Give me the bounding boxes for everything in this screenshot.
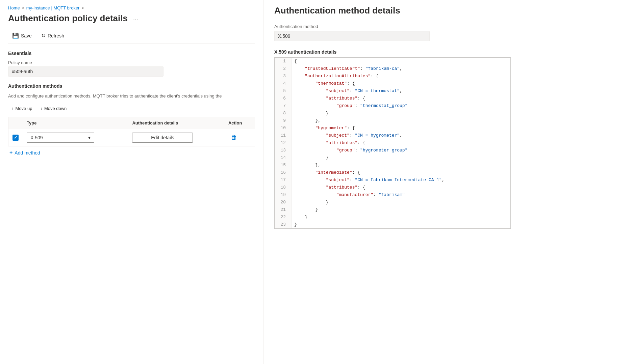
json-line: 1{ [275, 58, 510, 65]
plus-icon: + [9, 150, 12, 156]
json-line: 15 }, [275, 162, 510, 169]
add-method-button[interactable]: + Add method [8, 146, 42, 159]
json-line: 8 } [275, 110, 510, 117]
json-line: 7 "group": "thermostat_group" [275, 102, 510, 110]
json-line: 21 } [275, 206, 510, 214]
json-line: 18 "attributes": { [275, 184, 510, 191]
table-header-type: Type [23, 117, 128, 129]
page-title: Authentication policy details [8, 13, 128, 24]
save-icon: 💾 [12, 32, 19, 39]
move-down-icon: ↓ [40, 106, 43, 111]
table-row: X.509 ▾ Edit details 🗑 [8, 129, 255, 146]
save-button[interactable]: 💾 Save [8, 30, 36, 41]
type-select[interactable]: X.509 ▾ [27, 133, 94, 143]
json-line: 10 "hygrometer": { [275, 124, 510, 132]
move-down-label: Move down [44, 106, 67, 111]
essentials-title: Essentials [8, 51, 255, 56]
save-label: Save [21, 33, 32, 38]
ellipsis-button[interactable]: ... [131, 14, 140, 23]
policy-name-value: x509-auth [8, 66, 163, 77]
json-line: 4 "thermostat": { [275, 80, 510, 87]
move-toolbar: ↑ Move up ↓ Move down [8, 104, 255, 113]
json-line: 14 } [275, 154, 510, 162]
refresh-label: Refresh [48, 33, 64, 38]
policy-name-label: Policy name [8, 60, 255, 65]
json-section-title: X.509 authentication details [274, 49, 620, 55]
auth-methods-section: Authentication methods Add and configure… [8, 83, 255, 159]
left-panel: Home > my-instance | MQTT broker > Authe… [0, 0, 263, 364]
json-line: 20 } [275, 199, 510, 206]
delete-button[interactable]: 🗑 [228, 133, 240, 142]
breadcrumb: Home > my-instance | MQTT broker > [8, 0, 255, 13]
json-line: 19 "manufacturer": "fabrikam" [275, 191, 510, 199]
auth-methods-desc: Add and configure authentication methods… [8, 93, 255, 100]
table-header-auth-details: Authentication details [128, 117, 224, 129]
json-line: 11 "subject": "CN = hygrometer", [275, 132, 510, 139]
json-line: 16 "intermediate": { [275, 169, 510, 176]
json-line: 23} [275, 221, 510, 228]
type-select-value: X.509 [30, 135, 43, 140]
right-page-title: Authentication method details [274, 0, 620, 24]
breadcrumb-separator-2: > [81, 6, 84, 10]
chevron-down-icon: ▾ [88, 135, 91, 140]
json-line: 17 "subject": "CN = Fabrikam Intermediat… [275, 176, 510, 184]
auth-method-value: X.509 [274, 31, 430, 41]
row-checkbox[interactable] [12, 135, 19, 141]
methods-table: Type Authentication details Action X.509… [8, 117, 255, 146]
json-editor: 1{2 "trustedClientCaCert": "fabrikam-ca"… [274, 57, 511, 229]
edit-details-button[interactable]: Edit details [132, 133, 193, 143]
table-header-checkbox [8, 117, 23, 129]
auth-method-label: Authentication method [274, 24, 620, 29]
refresh-icon: ↻ [41, 32, 46, 39]
move-up-label: Move up [16, 106, 32, 111]
json-line: 6 "attributes": { [275, 95, 510, 102]
move-down-button[interactable]: ↓ Move down [37, 104, 70, 113]
trash-icon: 🗑 [231, 134, 237, 141]
json-line: 2 "trustedClientCaCert": "fabrikam-ca", [275, 65, 510, 73]
json-line: 12 "attributes": { [275, 139, 510, 147]
refresh-button[interactable]: ↻ Refresh [37, 30, 68, 41]
add-method-label: Add method [15, 150, 40, 156]
json-line: 13 "group": "hygrometer_group" [275, 147, 510, 154]
table-header-action: Action [224, 117, 255, 129]
breadcrumb-instance[interactable]: my-instance | MQTT broker [26, 5, 80, 10]
move-up-button[interactable]: ↑ Move up [8, 104, 35, 113]
json-line: 5 "subject": "CN = thermostat", [275, 87, 510, 95]
page-title-area: Authentication policy details ... [8, 13, 255, 24]
auth-methods-title: Authentication methods [8, 83, 255, 89]
breadcrumb-home[interactable]: Home [8, 5, 20, 10]
right-panel: Authentication method details Authentica… [263, 0, 631, 364]
move-up-icon: ↑ [11, 106, 14, 111]
json-line: 3 "authorizationAttributes": { [275, 73, 510, 80]
toolbar: 💾 Save ↻ Refresh [8, 25, 255, 44]
json-line: 9 }, [275, 117, 510, 124]
json-line: 22 } [275, 214, 510, 221]
breadcrumb-separator-1: > [22, 6, 24, 10]
